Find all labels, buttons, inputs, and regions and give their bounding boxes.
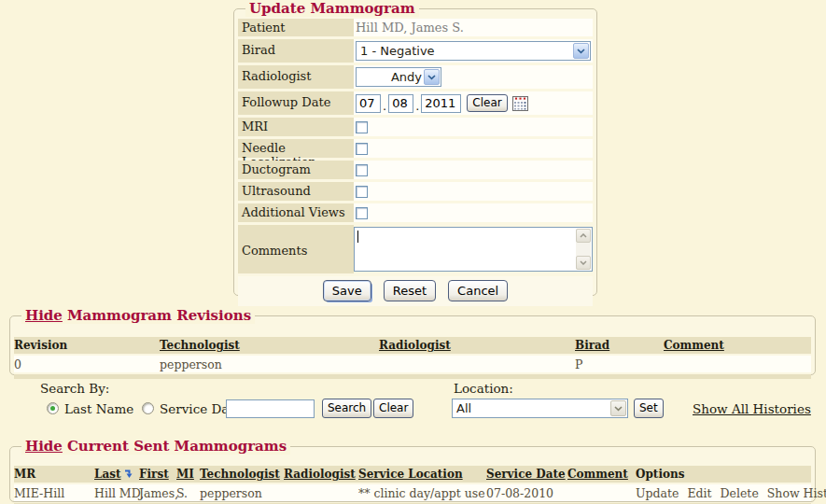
additional-views-label: Additional Views [238,203,354,222]
last-name-radio-label[interactable]: Last Name [64,401,133,416]
save-button[interactable]: Save [323,280,371,301]
comments-row: Comments [238,225,593,273]
mri-row: MRI [238,118,593,136]
search-button[interactable]: Search [322,399,371,418]
revisions-title: Mammogram Revisions [67,307,251,324]
birad-selected-value: 1 - Negative [360,44,435,58]
column-technologist[interactable]: Technologist [160,339,379,352]
calendar-icon[interactable] [512,96,528,111]
chevron-down-icon[interactable] [610,400,626,416]
column-birad[interactable]: Birad [575,339,664,352]
ultrasound-checkbox[interactable] [356,186,368,198]
radiologist-row: Radiologist Andy [238,65,593,89]
delete-link[interactable]: Delete [721,486,759,500]
update-link[interactable]: Update [636,486,679,500]
show-all-histories-link[interactable]: Show All Histories [693,401,811,416]
radiologist-label: Radiologist [238,65,354,89]
column-technologist[interactable]: Technologist [200,468,284,481]
mri-checkbox[interactable] [356,121,368,133]
edit-link[interactable]: Edit [687,486,711,500]
location-selected-value: All [456,401,471,415]
date-separator: . [415,99,419,113]
column-first[interactable]: First [139,468,176,481]
column-radiologist[interactable]: Radiologist [379,339,575,352]
comments-textarea[interactable] [354,227,593,272]
sent-title: Current Sent Mammograms [67,438,287,455]
radiologist-selected-value: Andy [391,70,422,84]
first-cell: James, [139,486,176,500]
location-label: Location: [454,381,513,396]
clear-date-button[interactable]: Clear [467,94,507,112]
column-service-location[interactable]: Service Location [358,468,486,481]
technologist-cell: pepperson [200,486,284,500]
followup-date-row: Followup Date . . Clear [238,91,593,115]
ductogram-label: Ductogram [238,161,354,179]
service-location-cell: ** clinic day/appt use [358,486,486,500]
scrollbar[interactable] [576,229,591,270]
needle-localization-label: Needle Localization [238,139,354,158]
column-mr: MR [14,468,94,481]
ductogram-checkbox[interactable] [356,164,368,176]
current-sent-mammograms-section: HideCurrent Sent Mammograms MR Last Firs… [9,446,816,502]
service-date-radio[interactable] [142,402,154,414]
revisions-legend: HideMammogram Revisions [21,307,255,324]
column-comment[interactable]: Comment [664,339,811,352]
followup-month-input[interactable] [356,94,381,113]
additional-views-row: Additional Views [238,203,593,222]
form-button-bar: Save Reset Cancel [238,276,593,306]
date-separator: . [383,99,386,113]
mr-cell: MIE-Hill [14,486,94,500]
column-mi[interactable]: MI [176,468,200,481]
patient-value: Hill MD, James S. [354,19,593,36]
birad-label: Birad [238,39,354,63]
column-revision: Revision [14,339,160,352]
revisions-table-row: 0 pepperson P [14,356,811,372]
search-input[interactable] [226,399,315,418]
column-radiologist[interactable]: Radiologist [284,468,358,481]
revisions-header-row: Revision Technologist Radiologist Birad … [14,337,811,354]
last-name-radio[interactable] [47,402,59,414]
birad-select[interactable]: 1 - Negative [356,41,591,61]
column-last[interactable]: Last [94,468,139,482]
form-title: Update Mammogram [245,0,419,17]
location-select[interactable]: All [452,399,628,418]
additional-views-checkbox[interactable] [356,207,368,219]
hide-sent-link[interactable]: Hide [25,438,63,455]
followup-year-input[interactable] [421,94,461,113]
text-caret [357,231,358,243]
mi-cell: S. [176,486,200,500]
column-options: Options [636,468,811,481]
revision-cell: 0 [14,357,160,371]
chevron-down-icon[interactable] [573,43,589,59]
options-cell: Update Edit Delete Show History [636,486,826,500]
followup-day-input[interactable] [388,94,413,113]
scroll-up-icon[interactable] [576,229,591,243]
reset-button[interactable]: Reset [384,280,436,301]
show-history-link[interactable]: Show History [767,486,826,500]
column-comment[interactable]: Comment [567,468,636,481]
needle-localization-checkbox[interactable] [356,143,368,155]
chevron-down-icon[interactable] [424,69,440,85]
update-mammogram-form: Update Mammogram Patient Hill MD, James … [233,8,597,296]
sent-table-row: MIE-Hill Hill MD, James, S. pepperson **… [14,484,811,501]
cancel-button[interactable]: Cancel [448,280,508,301]
clear-search-button[interactable]: Clear [373,399,413,418]
set-location-button[interactable]: Set [634,399,664,418]
search-by-label: Search By: [40,381,109,396]
sent-legend: HideCurrent Sent Mammograms [21,438,290,455]
radiologist-select[interactable]: Andy [356,67,441,87]
birad-row: Birad 1 - Negative [238,39,593,63]
table-footer-strip [14,374,811,379]
patient-row: Patient Hill MD, James S. [238,19,593,36]
mammogram-revisions-section: HideMammogram Revisions Revision Technol… [9,315,816,375]
birad-cell: P [575,357,664,371]
hide-revisions-link[interactable]: Hide [25,307,63,324]
sent-header-row: MR Last First MI Technologist Radiologis… [14,466,811,483]
scroll-down-icon[interactable] [576,256,591,270]
last-cell: Hill MD, [94,486,139,500]
ductogram-row: Ductogram [238,161,593,179]
ultrasound-label: Ultrasound [238,182,354,201]
service-date-cell: 07-08-2010 [486,486,567,500]
comments-label: Comments [238,225,354,273]
column-service-date[interactable]: Service Date [486,468,567,481]
